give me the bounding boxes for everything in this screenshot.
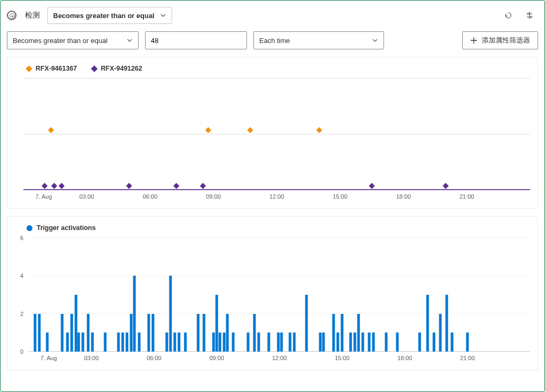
bar[interactable] (216, 295, 218, 352)
data-point[interactable] (51, 183, 57, 189)
bar[interactable] (439, 314, 441, 352)
bar[interactable] (445, 295, 448, 352)
add-attribute-filter-button[interactable]: 添加属性筛选器 (462, 31, 538, 49)
bar[interactable] (305, 295, 308, 352)
bar[interactable] (104, 333, 106, 352)
chevron-down-icon (126, 37, 133, 44)
bar[interactable] (184, 333, 187, 352)
bar[interactable] (362, 333, 364, 352)
bar[interactable] (277, 333, 280, 352)
bar[interactable] (268, 333, 270, 352)
bar[interactable] (78, 333, 80, 352)
data-point[interactable] (200, 183, 206, 189)
bar[interactable] (178, 333, 181, 352)
bar[interactable] (337, 333, 339, 352)
trigger-x-axis: 7. Aug03:0006:0009:0012:0015:0018:0021:0… (29, 355, 530, 364)
undo-button[interactable] (500, 7, 517, 24)
bar[interactable] (203, 314, 206, 352)
bar[interactable] (433, 333, 436, 352)
chevron-down-icon (160, 12, 166, 19)
data-point[interactable] (205, 127, 211, 133)
bar[interactable] (357, 314, 360, 352)
bar[interactable] (288, 333, 291, 352)
bar[interactable] (257, 333, 260, 352)
bar[interactable] (133, 276, 135, 352)
bar[interactable] (212, 333, 215, 352)
bar[interactable] (353, 333, 356, 352)
bar[interactable] (349, 333, 352, 352)
data-point[interactable] (442, 183, 448, 189)
bar[interactable] (174, 333, 176, 352)
bar[interactable] (341, 314, 344, 352)
data-point[interactable] (316, 127, 322, 133)
legend-label: RFX-9461367 (36, 65, 77, 72)
bar[interactable] (125, 333, 128, 352)
detection-type-value: Becomes greater than or equal (53, 12, 155, 20)
data-point[interactable] (58, 183, 64, 189)
y-tick: 4 (20, 272, 23, 279)
bar[interactable] (218, 333, 221, 352)
threshold-input[interactable] (145, 31, 247, 49)
bar[interactable] (38, 314, 40, 352)
bar[interactable] (322, 333, 325, 352)
y-tick: 6 (20, 235, 23, 241)
bar[interactable] (165, 333, 168, 352)
data-point[interactable] (48, 127, 54, 133)
settings-button[interactable] (521, 7, 538, 24)
bar[interactable] (385, 333, 387, 352)
bar[interactable] (372, 333, 375, 352)
bar[interactable] (82, 333, 84, 352)
bar[interactable] (152, 314, 155, 352)
bar[interactable] (61, 314, 63, 352)
bar[interactable] (232, 333, 235, 352)
data-point[interactable] (126, 183, 132, 189)
svg-point-4 (531, 16, 532, 18)
detection-panel: { "header": { "label": "检测", "type_selec… (0, 0, 545, 392)
bar[interactable] (130, 314, 132, 352)
bar[interactable] (450, 333, 453, 352)
y-tick: 2 (20, 311, 23, 317)
bar[interactable] (333, 314, 335, 352)
diamond-icon (25, 65, 32, 72)
x-tick: 06:00 (143, 193, 158, 200)
bar[interactable] (122, 333, 124, 352)
bar[interactable] (197, 314, 199, 352)
bar[interactable] (396, 333, 399, 352)
bar[interactable] (418, 333, 421, 352)
frequency-select[interactable]: Each time (253, 31, 384, 49)
bar[interactable] (66, 333, 69, 352)
bar[interactable] (293, 333, 295, 352)
bar[interactable] (117, 333, 120, 352)
data-point[interactable] (248, 127, 253, 133)
legend-item-rfx-9491262[interactable]: RFX-9491262 (92, 65, 142, 72)
bar[interactable] (427, 295, 429, 352)
bar[interactable] (169, 276, 172, 352)
bar[interactable] (70, 314, 73, 352)
bar[interactable] (253, 314, 256, 352)
trigger-y-axis: 0246 (12, 238, 27, 352)
data-point[interactable] (174, 183, 180, 189)
bar[interactable] (247, 333, 250, 352)
bar[interactable] (280, 333, 283, 352)
bar[interactable] (74, 295, 77, 352)
bar[interactable] (319, 333, 321, 352)
legend-item-trigger[interactable]: Trigger activations (27, 224, 96, 232)
bar[interactable] (368, 333, 371, 352)
detection-type-select[interactable]: Becomes greater than or equal (47, 7, 172, 24)
data-point[interactable] (369, 183, 374, 189)
bar[interactable] (33, 314, 36, 352)
bar[interactable] (223, 333, 225, 352)
bar[interactable] (148, 314, 150, 352)
x-tick: 15:00 (335, 355, 350, 361)
chevron-down-icon (372, 37, 378, 44)
bar[interactable] (226, 314, 228, 352)
events-legend: RFX-9461367 RFX-9491262 (13, 65, 532, 72)
bar[interactable] (46, 333, 49, 352)
legend-item-rfx-9461367[interactable]: RFX-9461367 (27, 65, 77, 72)
bar[interactable] (91, 333, 93, 352)
condition-select[interactable]: Becomes greater than or equal (7, 31, 139, 49)
bar[interactable] (87, 314, 90, 352)
data-point[interactable] (41, 183, 47, 189)
bar[interactable] (138, 333, 141, 352)
bar[interactable] (466, 333, 469, 352)
